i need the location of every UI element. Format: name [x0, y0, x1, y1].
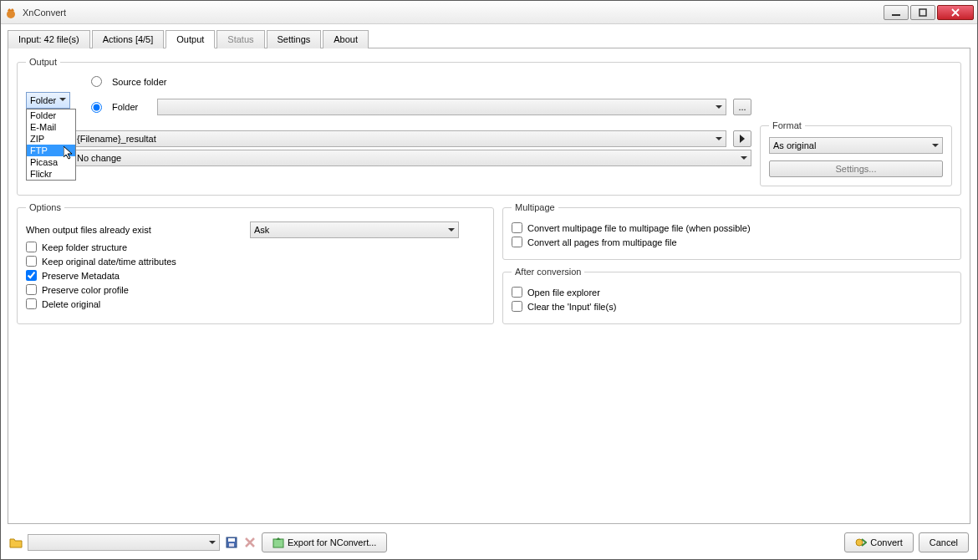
app-icon — [4, 6, 18, 19]
multipage-group: Multipage Convert multipage file to mult… — [502, 202, 961, 260]
multipage-to-multipage-checkbox[interactable] — [512, 222, 522, 233]
output-legend: Output — [26, 57, 60, 67]
app-window: XnConvert Input: 42 file(s) Actions [4/5… — [0, 0, 978, 560]
svg-rect-5 — [229, 543, 234, 547]
preserve-color-checkbox[interactable] — [26, 284, 37, 295]
destination-selected: Folder — [30, 95, 56, 105]
dest-option-folder[interactable]: Folder — [27, 109, 75, 121]
format-settings-button[interactable]: Settings... — [769, 160, 943, 177]
format-group: Format As original Settings... — [760, 120, 952, 186]
convert-button[interactable]: Convert — [844, 532, 914, 552]
delete-original-checkbox[interactable] — [26, 298, 37, 309]
preserve-meta-label: Preserve Metadata — [42, 271, 120, 281]
chevron-down-icon — [448, 228, 455, 235]
destination-dropdown-list: Folder E-Mail ZIP FTP Picasa Flickr — [26, 109, 76, 181]
open-explorer-checkbox[interactable] — [512, 287, 522, 298]
folder-label: Folder — [112, 102, 150, 112]
tab-about[interactable]: About — [323, 30, 369, 48]
format-select[interactable]: As original — [769, 137, 943, 154]
open-preset-icon[interactable] — [9, 536, 23, 549]
after-legend: After conversion — [512, 267, 584, 277]
dest-option-zip[interactable]: ZIP — [27, 133, 75, 145]
titlebar: XnConvert — [1, 1, 977, 24]
tab-content: Output Folder Folder E-Mail ZIP — [8, 48, 970, 524]
dest-option-email[interactable]: E-Mail — [27, 121, 75, 133]
preserve-meta-checkbox[interactable] — [26, 270, 37, 281]
preset-select[interactable] — [28, 534, 220, 551]
source-folder-label: Source folder — [112, 77, 166, 87]
tab-settings[interactable]: Settings — [267, 30, 322, 48]
output-group: Output Folder Folder E-Mail ZIP — [17, 57, 961, 196]
maximize-button[interactable] — [910, 5, 935, 20]
exist-label: When output files already exist — [26, 225, 243, 235]
convert-icon — [855, 537, 867, 548]
multipage-all-pages-checkbox[interactable] — [512, 237, 522, 247]
chevron-down-icon — [716, 105, 722, 112]
tab-output[interactable]: Output — [166, 30, 215, 48]
close-button[interactable] — [937, 5, 974, 20]
after-conversion-group: After conversion Open file explorer Clea… — [502, 267, 961, 324]
multipage-legend: Multipage — [512, 202, 558, 212]
save-preset-icon[interactable] — [225, 536, 238, 549]
chevron-down-icon — [716, 137, 722, 144]
svg-rect-1 — [892, 14, 900, 16]
folder-path-combo[interactable] — [157, 99, 726, 115]
folder-radio[interactable] — [91, 102, 102, 113]
options-legend: Options — [26, 202, 64, 212]
delete-original-label: Delete original — [42, 299, 100, 309]
dest-option-ftp[interactable]: FTP — [27, 145, 75, 156]
clear-input-label: Clear the 'Input' file(s) — [527, 302, 616, 312]
delete-preset-icon[interactable] — [243, 536, 257, 549]
chevron-down-icon — [932, 144, 939, 150]
svg-rect-6 — [273, 539, 283, 547]
source-folder-radio[interactable] — [91, 76, 102, 87]
svg-point-7 — [856, 539, 863, 546]
dest-option-flickr[interactable]: Flickr — [27, 168, 75, 180]
main-tabs: Input: 42 file(s) Actions [4/5] Output S… — [8, 29, 970, 48]
keep-folder-label: Keep folder structure — [42, 242, 127, 252]
export-icon — [273, 537, 284, 548]
case-select[interactable]: No change — [73, 150, 751, 166]
multipage-to-multipage-label: Convert multipage file to multipage file… — [527, 223, 751, 233]
keep-folder-checkbox[interactable] — [26, 242, 37, 252]
open-explorer-label: Open file explorer — [527, 288, 600, 298]
tab-status[interactable]: Status — [216, 30, 264, 48]
keep-date-label: Keep original date/time attributes — [42, 257, 176, 267]
svg-rect-2 — [919, 9, 926, 16]
filename-pattern-combo[interactable]: {Filename}_resultat — [73, 130, 726, 147]
play-icon — [739, 135, 746, 143]
keep-date-checkbox[interactable] — [26, 256, 37, 267]
clear-input-checkbox[interactable] — [512, 301, 522, 312]
export-nconvert-button[interactable]: Export for NConvert... — [262, 532, 387, 552]
multipage-all-pages-label: Convert all pages from multipage file — [527, 237, 677, 247]
tab-input[interactable]: Input: 42 file(s) — [8, 30, 90, 48]
svg-rect-4 — [228, 538, 235, 542]
chevron-down-icon — [741, 156, 747, 163]
svg-point-0 — [7, 10, 15, 18]
chevron-down-icon — [59, 98, 66, 104]
dest-option-picasa[interactable]: Picasa — [27, 156, 75, 168]
options-group: Options When output files already exist … — [17, 202, 494, 324]
filename-vars-button[interactable] — [733, 130, 751, 147]
cancel-button[interactable]: Cancel — [919, 532, 969, 552]
browse-folder-button[interactable]: ... — [733, 99, 751, 115]
preserve-color-label: Preserve color profile — [42, 285, 129, 295]
bottom-toolbar: Export for NConvert... Convert Cancel — [1, 531, 977, 559]
tab-actions[interactable]: Actions [4/5] — [92, 30, 165, 48]
destination-dropdown[interactable]: Folder Folder E-Mail ZIP FTP — [26, 92, 70, 109]
chevron-down-icon — [209, 541, 216, 547]
exist-action-select[interactable]: Ask — [250, 221, 459, 238]
format-legend: Format — [769, 120, 805, 130]
minimize-button[interactable] — [884, 5, 909, 20]
window-title: XnConvert — [23, 8, 884, 18]
